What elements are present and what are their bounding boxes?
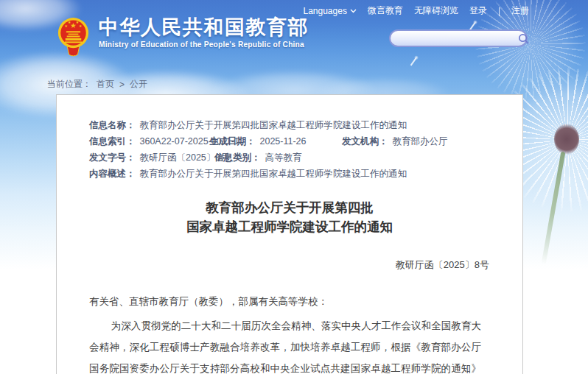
meta-number-label: 发文字号： (89, 149, 136, 166)
nav-divider: | (498, 6, 500, 16)
dandelion-seed-decoration (410, 58, 417, 66)
meta-row-index: 信息索引： 360A22-07-2025-0011-1 生成日期： 2025-1… (89, 133, 496, 149)
languages-label: Languages (303, 6, 346, 16)
meta-index-label: 信息索引： (89, 133, 136, 149)
meta-date-label: 生成日期： (209, 133, 256, 149)
svg-text:★: ★ (68, 21, 71, 24)
page-title-line2: 国家卓越工程师学院建设工作的通知 (57, 217, 522, 236)
nav-accessibility-link[interactable]: 无障碍浏览 (414, 4, 458, 17)
search-box[interactable] (389, 29, 528, 47)
meta-date-value: 2025-11-26 (260, 133, 307, 149)
dandelion-center-decoration (554, 124, 579, 155)
document-paragraph: 为深入贯彻党的二十大和二十届历次全会精神、落实中央人才工作会议和全国教育大会精神… (89, 315, 481, 374)
search-input[interactable] (391, 32, 518, 44)
chevron-down-icon (350, 9, 357, 13)
document-meta: 信息名称： 教育部办公厅关于开展第四批国家卓越工程师学院建设工作的通知 信息索引… (57, 95, 522, 182)
login-link[interactable]: 登录 (469, 4, 487, 17)
national-emblem-icon: ★ ★ ★ ★ ★ (56, 16, 91, 58)
meta-category-value: 高等教育 (265, 149, 302, 166)
meta-name-label: 信息名称： (89, 117, 136, 133)
breadcrumb-label: 当前位置： (47, 78, 91, 91)
breadcrumb-home-link[interactable]: 首页 (97, 78, 114, 91)
meta-category-label: 信息类别： (214, 149, 261, 166)
document-salutation: 有关省、直辖市教育厅（教委），部属有关高等学校： (89, 295, 493, 308)
brand-text: 中华人民共和国教育部 Ministry of Education of the … (99, 16, 309, 49)
svg-text:★: ★ (79, 24, 83, 28)
meta-summary-value: 教育部办公厅关于开展第四批国家卓越工程师学院建设工作的通知 (140, 166, 407, 182)
search-icon[interactable] (518, 32, 529, 45)
content-panel: 信息名称： 教育部办公厅关于开展第四批国家卓越工程师学院建设工作的通知 信息索引… (56, 94, 523, 374)
page-title: 教育部办公厅关于开展第四批 国家卓越工程师学院建设工作的通知 (57, 198, 522, 236)
dandelion-stem-decoration (542, 152, 566, 265)
site-title: 中华人民共和国教育部 (99, 16, 309, 38)
top-nav: Languages 微言教育 无障碍浏览 登录 | 注册 (303, 4, 529, 17)
meta-org-label: 发文机构： (342, 133, 388, 149)
register-link[interactable]: 注册 (511, 4, 529, 17)
document-number: 教研厅函〔2025〕8号 (57, 258, 522, 272)
site-logo[interactable]: ★ ★ ★ ★ ★ 中华人民共和国教育部 Ministry of Educati… (56, 16, 309, 58)
breadcrumb: 当前位置： 首页 > 公开 (47, 78, 147, 91)
meta-row-number: 发文字号： 教研厅函〔2025〕8号 信息类别： 高等教育 (89, 149, 496, 166)
page: Languages 微言教育 无障碍浏览 登录 | 注册 ★ ★ ★ ★ ★ (0, 0, 588, 374)
svg-text:★: ★ (65, 24, 69, 28)
meta-summary-label: 内容概述： (89, 166, 136, 182)
meta-name-value: 教育部办公厅关于开展第四批国家卓越工程师学院建设工作的通知 (140, 117, 407, 133)
meta-org-value: 教育部办公厅 (393, 133, 448, 149)
nav-wechat-link[interactable]: 微言教育 (368, 4, 403, 17)
meta-row-name: 信息名称： 教育部办公厅关于开展第四批国家卓越工程师学院建设工作的通知 (89, 117, 496, 133)
breadcrumb-separator: > (119, 80, 125, 90)
breadcrumb-current-link[interactable]: 公开 (130, 78, 147, 91)
languages-menu[interactable]: Languages (303, 6, 356, 16)
page-title-line1: 教育部办公厅关于开展第四批 (57, 198, 522, 217)
site-subtitle: Ministry of Education of the People's Re… (99, 40, 309, 49)
meta-row-summary: 内容概述： 教育部办公厅关于开展第四批国家卓越工程师学院建设工作的通知 (89, 166, 496, 182)
